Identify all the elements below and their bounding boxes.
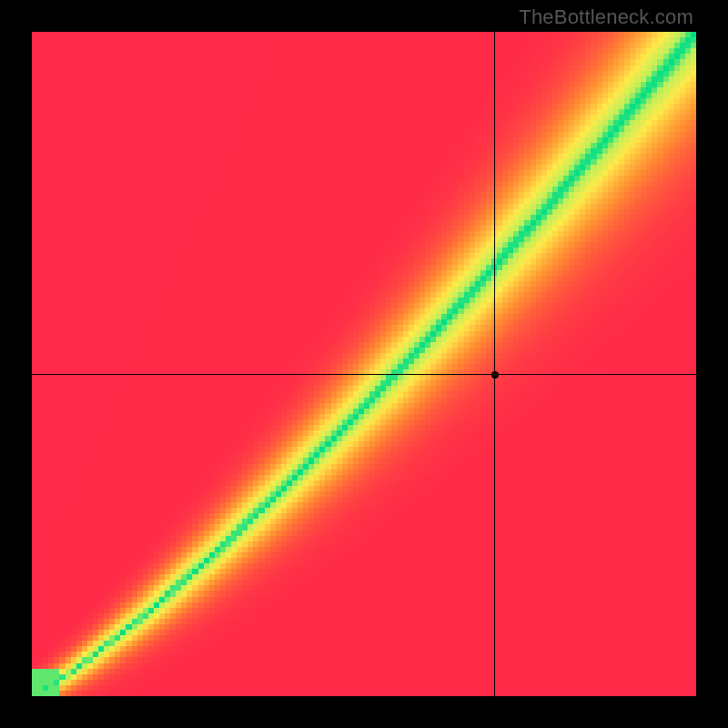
crosshair-vertical [494, 32, 495, 696]
data-point-marker [491, 371, 499, 379]
crosshair-horizontal [32, 374, 696, 375]
chart-frame: TheBottleneck.com [0, 0, 728, 728]
watermark-text: TheBottleneck.com [519, 5, 693, 29]
heatmap-plot-area [32, 32, 696, 696]
heatmap-canvas [32, 32, 696, 696]
